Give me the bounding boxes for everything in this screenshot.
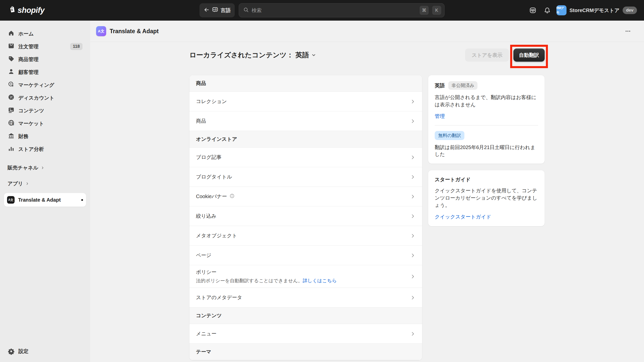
list-section-header: テーマ xyxy=(189,344,422,360)
list-row[interactable]: ポリシー法的ポリシーを自動翻訳することはできません。詳しくはこちら xyxy=(189,265,422,288)
sidebar-item-label: マーケット xyxy=(18,120,44,127)
list-section-header: 商品 xyxy=(189,75,422,92)
sidebar-item[interactable]: 商品管理 xyxy=(4,53,86,66)
chevron-right-icon xyxy=(410,194,416,199)
search-bar[interactable]: ⌘ K xyxy=(239,3,445,17)
translatable-content-list: 商品コレクション商品オンラインストアブログ記事ブログタイトルCookieバナー絞… xyxy=(189,75,422,360)
sidebar-item-label: 顧客管理 xyxy=(18,69,38,76)
list-section-header: コンテンツ xyxy=(189,307,422,324)
list-row[interactable]: ブログタイトル xyxy=(189,167,422,187)
auto-translate-button[interactable]: 自動翻訳 xyxy=(513,49,545,62)
sidebar-item-settings[interactable]: 設定 xyxy=(4,345,86,357)
store-name: StoreCRMデモストア xyxy=(570,7,620,14)
translate-adapt-app-icon: A文 xyxy=(96,26,106,36)
list-row[interactable]: ストアのメタデータ xyxy=(189,288,422,307)
sidebar-item[interactable]: 注文管理118 xyxy=(4,40,86,53)
svg-text:$: $ xyxy=(13,123,14,126)
list-row[interactable]: ページ xyxy=(189,246,422,265)
topbar: S shopify A文 言語 ⌘ K xyxy=(0,0,644,21)
sidebar-item[interactable]: 財務 xyxy=(4,130,86,143)
chevron-down-icon[interactable] xyxy=(311,52,316,58)
arrow-left-icon xyxy=(204,7,210,14)
sidebar-item-label: ディスカウント xyxy=(18,95,54,101)
list-row[interactable]: ブログ記事 xyxy=(189,148,422,167)
sidebar-item[interactable]: 顧客管理 xyxy=(4,66,86,78)
more-actions-button[interactable] xyxy=(622,27,633,36)
notifications-bell-icon[interactable] xyxy=(542,5,553,16)
app-item-label: Translate & Adapt xyxy=(18,197,61,203)
store-menu[interactable]: RMデモ StoreCRMデモストア dev xyxy=(556,5,637,15)
app-header: A文 Translate & Adapt xyxy=(90,21,644,42)
list-row[interactable]: 商品 xyxy=(189,111,422,131)
sidebar-item-label: ストア分析 xyxy=(18,146,44,153)
sidebar-item[interactable]: ストア分析 xyxy=(4,143,86,155)
shortcut-k-key: K xyxy=(432,6,441,15)
sidebar-item[interactable]: $マーケット xyxy=(4,117,86,130)
manage-link[interactable]: 管理 xyxy=(435,113,445,120)
quick-start-guide-link[interactable]: クイックスタートガイド xyxy=(435,213,491,220)
chevron-right-icon xyxy=(410,213,416,219)
start-guide-card: スタートガイド クイックスタートガイドを使用して、コンテンツローカリゼーションの… xyxy=(428,170,545,226)
settings-label: 設定 xyxy=(18,348,28,355)
sidebar-item-label: 財務 xyxy=(18,133,28,140)
list-row[interactable]: Cookieバナー xyxy=(189,187,422,206)
list-row[interactable]: メニュー xyxy=(189,324,422,344)
status-badge: 非公開済み xyxy=(448,81,477,90)
info-icon[interactable] xyxy=(229,193,235,200)
shortcut-cmd-key: ⌘ xyxy=(420,6,429,15)
view-store-button: ストアを表示 xyxy=(465,49,509,62)
store-avatar: RMデモ xyxy=(556,5,567,15)
list-row[interactable]: 絞り込み xyxy=(189,206,422,226)
sidebar-item-label: ホーム xyxy=(18,30,34,37)
chevron-right-icon xyxy=(410,295,416,300)
sidebar-sales-channels[interactable]: 販売チャネル xyxy=(8,164,83,171)
language-status-card: 英語 非公開済み 言語が公開されるまで、翻訳内容はお客様には表示されません 管理… xyxy=(428,75,545,164)
back-button-label: 言語 xyxy=(221,7,231,14)
ellipsis-icon xyxy=(625,28,631,34)
list-section-header: オンラインストア xyxy=(189,131,422,148)
chevron-right-icon xyxy=(410,118,416,124)
chevron-right-icon xyxy=(410,99,416,104)
language-selector[interactable]: 英語 xyxy=(295,51,309,60)
row-subtitle: 法的ポリシーを自動翻訳することはできません。詳しくはこちら xyxy=(196,278,337,284)
main-content: ローカライズされたコンテンツ： 英語 ストアを表示 自動翻訳 商品コレクション商… xyxy=(90,42,644,362)
analytics-icon xyxy=(8,145,15,153)
sidebar-item[interactable]: マーケティング xyxy=(4,79,86,91)
translate-icon: A文 xyxy=(212,7,218,14)
chevron-right-icon xyxy=(410,174,416,180)
free-translation-badge: 無料の翻訳 xyxy=(435,131,464,140)
unread-dot xyxy=(81,199,83,201)
shopify-bag-icon: S xyxy=(8,5,17,15)
chevron-right-icon xyxy=(410,155,416,160)
markets-icon: $ xyxy=(8,119,15,128)
learn-more-link[interactable]: 詳しくはこちら xyxy=(303,278,337,283)
chevron-right-icon xyxy=(410,233,416,239)
sidebar-item-translate-adapt[interactable]: A文 Translate & Adapt xyxy=(4,193,86,207)
divider xyxy=(435,125,538,125)
sidebar-item[interactable]: コンテンツ xyxy=(4,104,86,117)
discount-icon xyxy=(8,94,15,102)
chevron-right-icon xyxy=(410,253,416,258)
list-row[interactable]: コレクション xyxy=(189,92,422,111)
sidebar-item[interactable]: ホーム xyxy=(4,27,86,40)
sidebar-apps[interactable]: アプリ xyxy=(8,180,83,187)
chevron-right-icon xyxy=(41,166,45,170)
right-panel: 英語 非公開済み 言語が公開されるまで、翻訳内容はお客様には表示されません 管理… xyxy=(428,75,545,226)
guide-card-description: クイックスタートガイドを使用して、コンテンツローカリゼーションのすべてを学びまし… xyxy=(435,187,538,209)
page-title: ローカライズされたコンテンツ： 英語 xyxy=(189,51,316,60)
chevron-right-icon xyxy=(410,274,416,279)
list-row[interactable]: メタオブジェクト xyxy=(189,226,422,246)
orders-icon xyxy=(8,42,15,51)
content-icon xyxy=(8,106,15,115)
translate-adapt-app-icon: A文 xyxy=(7,196,15,204)
count-badge: 118 xyxy=(70,43,83,50)
sidebar-item[interactable]: ディスカウント xyxy=(4,92,86,104)
sidebar-item-label: 注文管理 xyxy=(18,43,38,50)
shopify-logo: S shopify xyxy=(8,5,45,15)
last-translated-text: 翻訳は前回2025年6月21日土曜日に行われました xyxy=(435,144,538,158)
guide-card-title: スタートガイド xyxy=(435,176,538,183)
sidebar-item-label: コンテンツ xyxy=(18,107,44,114)
search-input[interactable] xyxy=(252,8,416,13)
sidekick-icon[interactable] xyxy=(527,5,538,16)
back-to-language-button[interactable]: A文 言語 xyxy=(199,3,235,17)
